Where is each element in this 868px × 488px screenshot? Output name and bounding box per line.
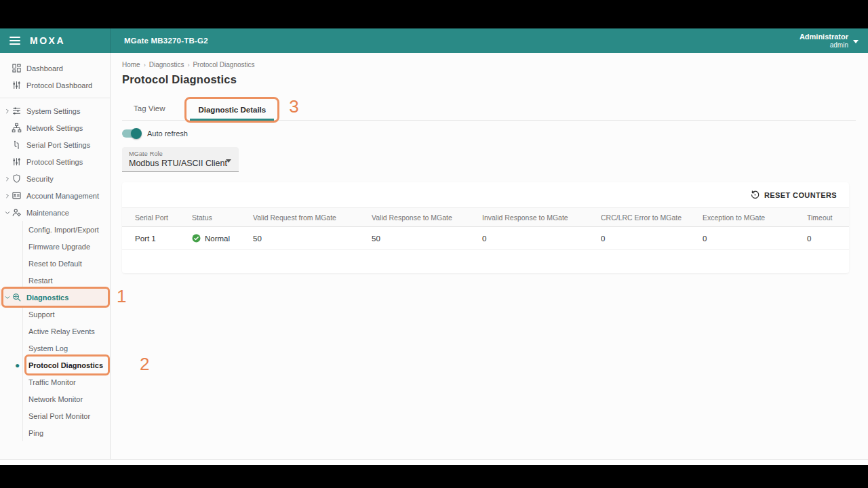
sidebar-item-account-management[interactable]: Account Management xyxy=(0,187,110,204)
diagnostics-table: Serial PortStatusValid Request from MGat… xyxy=(122,207,849,250)
sidebar-item-label: Protocol Settings xyxy=(26,158,83,166)
chevron-down-icon xyxy=(5,210,10,216)
dropdown-arrow-icon xyxy=(226,159,231,163)
sidebar: DashboardProtocol DashboardSystem Settin… xyxy=(0,53,111,459)
column-header: Exception to MGate xyxy=(703,208,807,227)
breadcrumb: Home›Diagnostics›Protocol Diagnostics xyxy=(122,61,856,68)
sidebar-item-system-settings[interactable]: System Settings xyxy=(0,102,110,119)
sidebar-item-label: Support xyxy=(28,310,55,319)
tabs-bar: Tag ViewDiagnostic Details3 xyxy=(122,96,856,121)
sidebar-item-label: Reset to Default xyxy=(28,260,82,268)
sidebar-item-network-settings[interactable]: Network Settings xyxy=(0,119,110,136)
table-row: Port 1Normal50500000 xyxy=(122,227,849,250)
sidebar-item-system-log[interactable]: System Log xyxy=(22,340,110,357)
annotation-highlight-box: Diagnostic Details xyxy=(184,97,279,123)
column-header: Status xyxy=(192,208,253,227)
sidebar-divider xyxy=(0,98,110,98)
status-badge: Normal xyxy=(192,234,253,243)
tune-icon xyxy=(12,106,22,116)
sliders-icon xyxy=(12,157,22,167)
app-window: MOXA MGate MB3270-TB-G2 Administrator ad… xyxy=(0,28,868,465)
sidebar-item-support[interactable]: Support xyxy=(22,306,110,323)
breadcrumb-item[interactable]: Diagnostics xyxy=(149,61,184,68)
sidebar-item-label: Protocol Diagnostics xyxy=(28,361,103,369)
column-header: Serial Port xyxy=(122,208,192,227)
app-bar: MOXA MGate MB3270-TB-G2 Administrator ad… xyxy=(0,28,868,53)
table-body: Port 1Normal50500000 xyxy=(122,227,849,250)
sidebar-item-firmware-upgrade[interactable]: Firmware Upgrade xyxy=(22,238,110,255)
menu-icon[interactable] xyxy=(9,37,20,45)
table-cell: Normal xyxy=(192,227,253,250)
sidebar-item-maintenance[interactable]: Maintenance xyxy=(0,204,110,221)
sidebar-item-protocol-settings[interactable]: Protocol Settings xyxy=(0,153,110,170)
chevron-down-icon xyxy=(853,40,859,43)
shield-icon xyxy=(12,174,22,184)
column-header: Timeout xyxy=(807,208,849,227)
sidebar-item-protocol-diagnostics[interactable]: ●Protocol Diagnostics2 xyxy=(22,357,110,373)
dashboard-icon xyxy=(12,63,22,73)
sidebar-item-label: Restart xyxy=(28,277,52,285)
annotation-step-number: 2 xyxy=(140,354,149,375)
network-icon xyxy=(12,123,22,133)
chevron-down-icon xyxy=(5,295,10,300)
tab-diagnostic-details[interactable]: Diagnostic Details xyxy=(186,99,277,121)
auto-refresh-label: Auto refresh xyxy=(147,129,188,138)
sidebar-item-active-relay-events[interactable]: Active Relay Events xyxy=(22,323,110,340)
sidebar-item-label: Config. Import/Export xyxy=(28,226,99,234)
sidebar-item-reset-to-default[interactable]: Reset to Default xyxy=(22,255,110,272)
sidebar-item-diagnostics[interactable]: Diagnostics1 xyxy=(0,289,110,306)
sidebar-item-serial-port-monitor[interactable]: Serial Port Monitor xyxy=(22,407,110,424)
annotation-step-number: 3 xyxy=(289,96,298,117)
breadcrumb-separator-icon: › xyxy=(144,62,146,68)
serial-port-icon xyxy=(12,140,22,150)
sidebar-item-network-monitor[interactable]: Network Monitor xyxy=(22,390,110,407)
status-ok-icon xyxy=(192,234,201,243)
sidebar-item-label: Diagnostics xyxy=(26,293,68,302)
sidebar-item-label: Protocol Dashboard xyxy=(26,81,92,89)
tab-tag-view[interactable]: Tag View xyxy=(122,98,176,119)
user-menu[interactable]: Administrator admin xyxy=(800,28,868,53)
column-header: Invalid Response to MGate xyxy=(482,208,601,227)
device-title: MGate MB3270-TB-G2 xyxy=(111,28,800,53)
sidebar-item-config-import-export[interactable]: Config. Import/Export xyxy=(22,221,110,238)
mgate-role-select[interactable]: MGate Role Modbus RTU/ASCII Client xyxy=(122,147,239,172)
chevron-right-icon xyxy=(5,176,10,182)
breadcrumb-item: Protocol Diagnostics xyxy=(193,61,254,68)
active-page-bullet: ● xyxy=(15,361,20,370)
table-cell: Port 1 xyxy=(122,227,192,250)
reset-counters-button[interactable]: RESET COUNTERS xyxy=(750,190,837,200)
reset-counters-label: RESET COUNTERS xyxy=(764,191,837,199)
sidebar-item-label: Dashboard xyxy=(26,64,63,73)
sidebar-item-dashboard[interactable]: Dashboard xyxy=(0,60,110,77)
table-cell: 0 xyxy=(601,227,703,250)
sidebar-item-protocol-dashboard[interactable]: Protocol Dashboard xyxy=(0,77,110,94)
sidebar-item-restart[interactable]: Restart xyxy=(22,272,110,289)
column-header: Valid Response to MGate xyxy=(372,208,482,227)
table-cell: 0 xyxy=(807,227,849,250)
chevron-right-icon xyxy=(5,108,10,114)
table-cell: 50 xyxy=(372,227,482,250)
sidebar-item-label: System Settings xyxy=(26,107,80,115)
sidebar-item-label: System Log xyxy=(28,344,68,352)
sidebar-item-label: Ping xyxy=(28,429,43,437)
sidebar-item-traffic-monitor[interactable]: Traffic Monitor xyxy=(22,373,110,390)
sliders-icon xyxy=(12,80,22,90)
page-title: Protocol Diagnostics xyxy=(122,73,856,86)
sidebar-item-serial-port-settings[interactable]: Serial Port Settings xyxy=(0,136,110,153)
moxa-logo: MOXA xyxy=(30,35,65,46)
sidebar-item-security[interactable]: Security xyxy=(0,170,110,187)
user-gear-icon xyxy=(12,207,22,218)
breadcrumb-item[interactable]: Home xyxy=(122,61,140,68)
user-role: Administrator xyxy=(800,33,848,41)
sidebar-item-label: Serial Port Settings xyxy=(26,141,90,149)
table-header-row: Serial PortStatusValid Request from MGat… xyxy=(122,208,849,227)
auto-refresh-toggle[interactable] xyxy=(122,129,140,138)
column-header: Valid Request from MGate xyxy=(253,208,372,227)
sidebar-item-label: Network Settings xyxy=(26,124,83,132)
user-name: admin xyxy=(800,41,848,49)
sidebar-item-ping[interactable]: Ping xyxy=(22,424,110,441)
column-header: CRC/LRC Error to MGate xyxy=(601,208,703,227)
sidebar-item-label: Network Monitor xyxy=(28,395,83,403)
badge-icon xyxy=(12,190,22,201)
sidebar-item-label: Account Management xyxy=(26,192,99,200)
